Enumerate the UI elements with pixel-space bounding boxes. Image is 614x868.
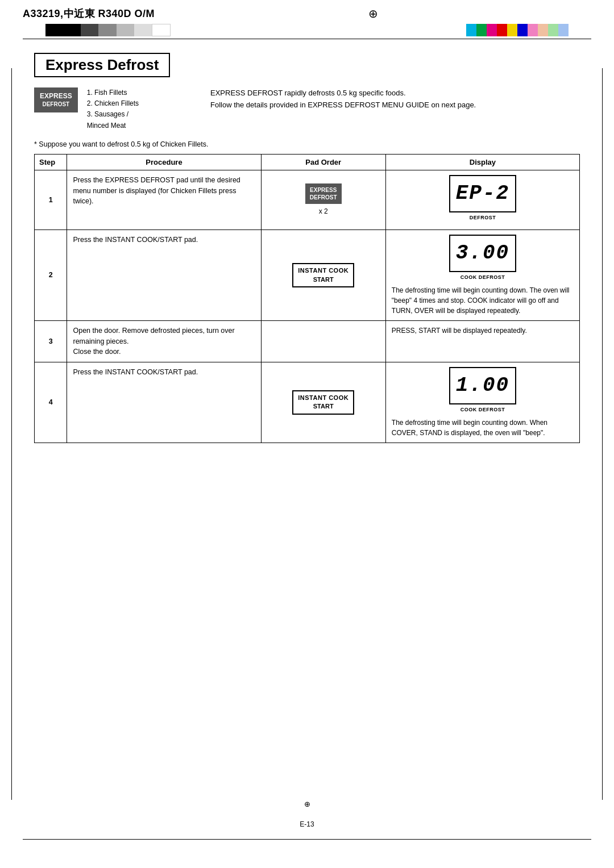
pad-order-cell-2: INSTANT COOK START	[261, 230, 385, 321]
instant-cook-line2: START	[298, 276, 349, 284]
express-defrost-pad-btn[interactable]: EXPRESS DEFROST	[305, 183, 342, 204]
display-desc-2: The defrosting time will begin counting …	[392, 285, 574, 316]
intro-section: EXPRESS DEFROST 1. Fish Fillets 2. Chick…	[34, 87, 580, 131]
left-margin-rule	[11, 68, 12, 800]
bar-red	[497, 24, 507, 36]
express-defrost-button[interactable]: EXPRESS DEFROST	[34, 87, 78, 112]
footer: ⊕ E-13	[0, 800, 614, 834]
btn-defrost-label: DEFROST	[42, 101, 69, 108]
bar-blue	[517, 24, 528, 36]
intro-desc-line2: Follow the details provided in EXPRESS D…	[210, 99, 580, 111]
bar-yellow	[507, 24, 517, 36]
col-header-step: Step	[35, 154, 67, 170]
procedure-text-2: Press the INSTANT COOK/START pad.	[73, 236, 198, 244]
display-desc-3: PRESS, START will be displayed repeatedl…	[392, 326, 574, 336]
display-desc-4: The defrosting time will begin counting …	[392, 418, 574, 438]
bar-lighter	[134, 24, 152, 36]
procedure-text-4: Press the INSTANT COOK/START pad.	[73, 368, 198, 376]
step-number-1: 1	[35, 170, 67, 230]
table-row: 4 Press the INSTANT COOK/START pad. INST…	[35, 362, 580, 443]
instant-cook-start-btn-2[interactable]: INSTANT COOK START	[292, 390, 354, 415]
main-content: Express Defrost EXPRESS DEFROST 1. Fish …	[0, 41, 614, 460]
bar-cyan	[466, 24, 476, 36]
bar-peach	[538, 24, 548, 36]
instant-cook-line1-2: INSTANT COOK	[298, 394, 349, 402]
pad-btn-line2: DEFROST	[310, 194, 337, 201]
instant-cook-line1: INSTANT COOK	[298, 266, 349, 275]
col-header-procedure: Procedure	[67, 154, 261, 170]
display-label-2: COOK DEFROST	[460, 274, 505, 282]
display-cell-2: 3.00 COOK DEFROST The defrosting time wi…	[385, 230, 579, 321]
col-header-display: Display	[385, 154, 579, 170]
display-label-4: COOK DEFROST	[460, 406, 505, 414]
step-number-4: 4	[35, 362, 67, 443]
table-row: 3 Open the door. Remove defrosted pieces…	[35, 320, 580, 362]
table-row: 2 Press the INSTANT COOK/START pad. INST…	[35, 230, 580, 321]
menu-item-2: 2. Chicken Fillets	[87, 98, 139, 109]
display-cell-4: 1.00 COOK DEFROST The defrosting time wi…	[385, 362, 579, 443]
display-wrapper-1: EP-2 DEFROST	[392, 175, 574, 222]
header: A33219,中近東 R340D O/M ⊕	[0, 0, 614, 20]
display-cell-3: PRESS, START will be displayed repeatedl…	[385, 320, 579, 362]
color-bar-right	[466, 24, 569, 36]
note-text: * Suppose you want to defrost 0.5 kg of …	[34, 140, 580, 148]
col-header-pad-order: Pad Order	[261, 154, 385, 170]
bar-ltblue	[558, 24, 569, 36]
bar-dark	[81, 24, 98, 36]
procedure-cell-1: Press the EXPRESS DEFROST pad until the …	[67, 170, 261, 230]
instant-cook-start-btn[interactable]: INSTANT COOK START	[292, 263, 354, 287]
page-title: Express Defrost	[34, 53, 170, 77]
procedure-cell-2: Press the INSTANT COOK/START pad.	[67, 230, 261, 321]
table-header-row: Step Procedure Pad Order Display	[35, 154, 580, 170]
pad-btn-line1: EXPRESS	[310, 186, 337, 194]
bar-pink	[528, 24, 538, 36]
display-value-4: 1.00	[449, 367, 516, 404]
pad-order-cell-4: INSTANT COOK START	[261, 362, 385, 443]
bar-ltgreen	[548, 24, 558, 36]
document-title: A33219,中近東 R340D O/M	[23, 7, 155, 20]
procedure-text-3: Open the door. Remove defrosted pieces, …	[73, 327, 234, 356]
display-wrapper-2: 3.00 COOK DEFROST	[392, 235, 574, 282]
bar-green	[476, 24, 487, 36]
display-wrapper-4: 1.00 COOK DEFROST	[392, 367, 574, 414]
procedure-cell-4: Press the INSTANT COOK/START pad.	[67, 362, 261, 443]
crosshair-top: ⊕	[368, 7, 378, 20]
menu-item-1: 1. Fish Fillets	[87, 87, 139, 98]
menu-list: 1. Fish Fillets 2. Chicken Fillets 3. Sa…	[87, 87, 139, 131]
pad-order-cell-3	[261, 320, 385, 362]
step-number-2: 2	[35, 230, 67, 321]
color-bar-left	[45, 24, 171, 36]
bar-black2	[63, 24, 81, 36]
btn-express-label: EXPRESS	[40, 92, 72, 101]
procedure-cell-3: Open the door. Remove defrosted pieces, …	[67, 320, 261, 362]
intro-left: EXPRESS DEFROST 1. Fish Fillets 2. Chick…	[34, 87, 193, 131]
bar-magenta	[487, 24, 497, 36]
step-number-3: 3	[35, 320, 67, 362]
bar-mid	[98, 24, 116, 36]
display-cell-1: EP-2 DEFROST	[385, 170, 579, 230]
display-value-2: 3.00	[449, 235, 516, 272]
procedure-text-1: Press the EXPRESS DEFROST pad until the …	[73, 176, 240, 206]
menu-item-4: Minced Meat	[87, 120, 139, 131]
bottom-rule	[23, 839, 591, 840]
right-margin-rule	[602, 68, 603, 800]
display-label-1: DEFROST	[470, 214, 496, 222]
color-bars-row	[0, 22, 614, 36]
top-rule	[23, 39, 591, 39]
pad-order-cell-1: EXPRESS DEFROST x 2	[261, 170, 385, 230]
instructions-table: Step Procedure Pad Order Display 1 Press…	[34, 154, 580, 443]
crosshair-bottom: ⊕	[0, 800, 614, 808]
table-row: 1 Press the EXPRESS DEFROST pad until th…	[35, 170, 580, 230]
pad-multiplier: x 2	[267, 206, 380, 216]
menu-item-3: 3. Sausages /	[87, 109, 139, 120]
bar-light	[117, 24, 134, 36]
intro-description: EXPRESS DEFROST rapidly defrosts 0.5 kg …	[210, 87, 580, 131]
bar-black	[45, 24, 63, 36]
instant-cook-line2-2: START	[298, 402, 349, 411]
intro-desc-line1: EXPRESS DEFROST rapidly defrosts 0.5 kg …	[210, 87, 580, 99]
page-number: E-13	[300, 820, 314, 828]
bar-white	[152, 24, 171, 36]
display-value-1: EP-2	[449, 175, 516, 212]
